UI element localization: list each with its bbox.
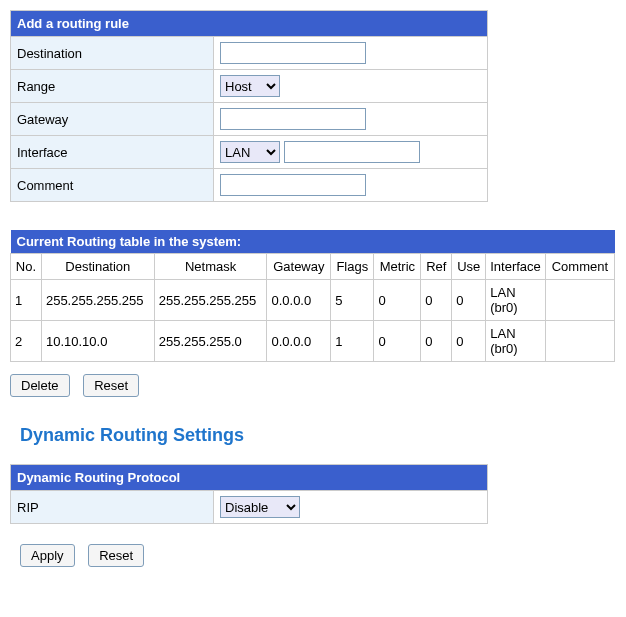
col-comment: Comment [545,254,614,280]
cell-destination: 255.255.255.255 [41,280,154,321]
destination-input[interactable] [220,42,366,64]
cell-interface: LAN (br0) [486,321,546,362]
cell-netmask: 255.255.255.0 [154,321,267,362]
add-routing-rule-form: Add a routing rule Destination Range Hos… [10,10,488,202]
cell-use: 0 [452,280,486,321]
routing-table: Current Routing table in the system: No.… [10,230,615,362]
destination-label: Destination [11,37,214,70]
range-label: Range [11,70,214,103]
rip-label: RIP [11,491,214,524]
cell-comment [545,280,614,321]
dynamic-routing-form: Dynamic Routing Protocol RIP Disable [10,464,488,524]
range-select[interactable]: Host [220,75,280,97]
cell-destination: 10.10.10.0 [41,321,154,362]
col-no: No. [11,254,42,280]
cell-ref: 0 [421,280,452,321]
routing-table-header: Current Routing table in the system: [11,230,615,254]
col-destination: Destination [41,254,154,280]
cell-gateway: 0.0.0.0 [267,321,331,362]
interface-select[interactable]: LAN [220,141,280,163]
gateway-label: Gateway [11,103,214,136]
col-flags: Flags [331,254,374,280]
col-netmask: Netmask [154,254,267,280]
delete-button[interactable]: Delete [10,374,70,397]
cell-metric: 0 [374,280,421,321]
cell-netmask: 255.255.255.255 [154,280,267,321]
gateway-input[interactable] [220,108,366,130]
cell-interface: LAN (br0) [486,280,546,321]
cell-comment [545,321,614,362]
comment-input[interactable] [220,174,366,196]
cell-gateway: 0.0.0.0 [267,280,331,321]
table-row: 210.10.10.0255.255.255.00.0.0.01000LAN (… [11,321,615,362]
col-metric: Metric [374,254,421,280]
col-use: Use [452,254,486,280]
comment-label: Comment [11,169,214,202]
cell-use: 0 [452,321,486,362]
cell-metric: 0 [374,321,421,362]
reset-dynamic-button[interactable]: Reset [88,544,144,567]
rip-select[interactable]: Disable [220,496,300,518]
cell-flags: 5 [331,280,374,321]
dynamic-routing-header: Dynamic Routing Protocol [11,465,488,491]
dynamic-routing-title: Dynamic Routing Settings [20,425,616,446]
reset-routing-button[interactable]: Reset [83,374,139,397]
col-gateway: Gateway [267,254,331,280]
table-row: 1255.255.255.255255.255.255.2550.0.0.050… [11,280,615,321]
cell-no: 1 [11,280,42,321]
cell-ref: 0 [421,321,452,362]
cell-flags: 1 [331,321,374,362]
interface-extra-input[interactable] [284,141,420,163]
cell-no: 2 [11,321,42,362]
apply-button[interactable]: Apply [20,544,75,567]
add-routing-rule-header: Add a routing rule [11,11,488,37]
col-interface: Interface [486,254,546,280]
interface-label: Interface [11,136,214,169]
col-ref: Ref [421,254,452,280]
